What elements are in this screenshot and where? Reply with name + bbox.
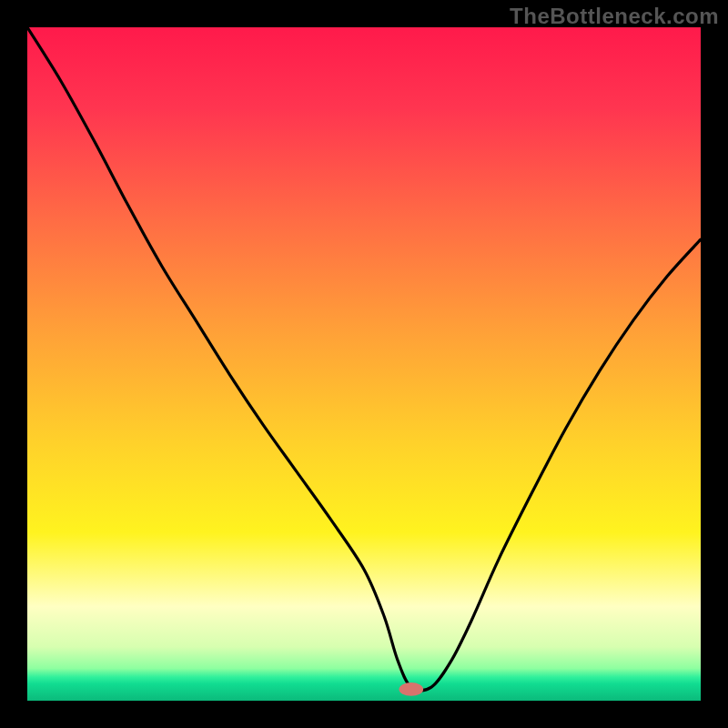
plot-area [27,27,701,701]
bottleneck-chart [27,27,701,701]
gradient-background [27,27,701,701]
optimal-marker [399,682,423,696]
chart-frame: TheBottleneck.com [0,0,728,728]
watermark-text: TheBottleneck.com [510,4,719,29]
